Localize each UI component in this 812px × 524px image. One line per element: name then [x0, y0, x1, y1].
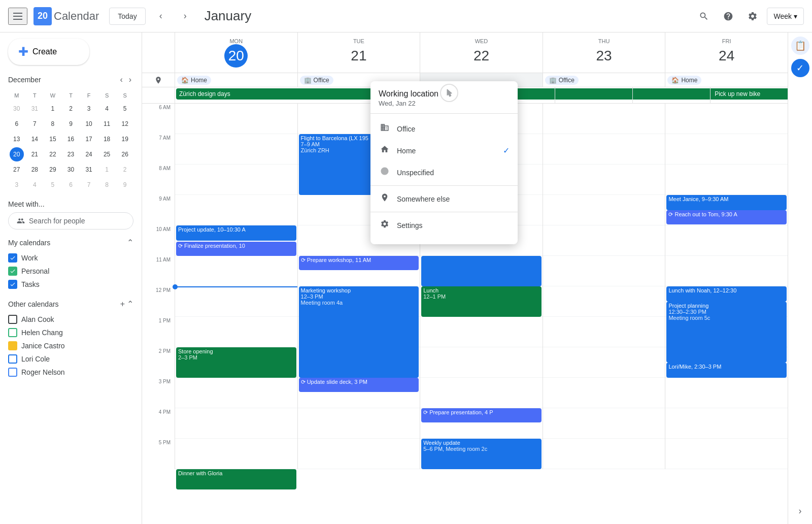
- mini-cal-day[interactable]: 3: [10, 178, 24, 192]
- menu-button[interactable]: [8, 8, 27, 25]
- event-block[interactable]: Store opening2–3 PM: [176, 347, 296, 378]
- mini-cal-day[interactable]: 25: [100, 147, 114, 161]
- mini-cal-day[interactable]: 2: [118, 162, 132, 177]
- mini-cal-day[interactable]: 1: [100, 162, 114, 177]
- mini-cal-day[interactable]: 31: [82, 162, 96, 177]
- other-cal-item[interactable]: Lori Cole: [8, 352, 133, 366]
- event-block[interactable]: Lunch12–1 PM: [421, 286, 542, 317]
- day-num-mon[interactable]: 20: [224, 44, 248, 68]
- mini-cal-day[interactable]: 6: [10, 117, 24, 131]
- mini-cal-day[interactable]: 30: [63, 162, 78, 177]
- mini-cal-day[interactable]: 2: [63, 102, 78, 116]
- mini-cal-day[interactable]: 4: [27, 178, 42, 192]
- mini-cal-day[interactable]: 18: [100, 132, 114, 146]
- mini-cal-day[interactable]: 22: [46, 147, 60, 161]
- event-block[interactable]: Lori/Mike, 2:30–3 PM: [666, 363, 787, 378]
- mini-cal-day[interactable]: 1: [46, 102, 60, 116]
- event-block[interactable]: Lunch with Noah, 12–12:30: [666, 286, 787, 302]
- view-select[interactable]: Week ▾: [767, 8, 804, 25]
- event-block[interactable]: Project planning12:30–2:30 PMMeeting roo…: [666, 302, 787, 363]
- mini-cal-day[interactable]: 9: [63, 117, 78, 131]
- settings-button[interactable]: [742, 6, 763, 26]
- add-other-cal[interactable]: +: [120, 300, 125, 309]
- mini-cal-day[interactable]: 27: [10, 162, 24, 177]
- other-cal-item[interactable]: Roger Nelson: [8, 366, 133, 379]
- wl-option-unspecified[interactable]: Unspecified: [370, 161, 518, 183]
- mini-cal-day[interactable]: 10: [82, 117, 96, 131]
- prev-week-button[interactable]: ‹: [152, 7, 170, 25]
- day-num-thu[interactable]: 23: [592, 44, 616, 68]
- event-block[interactable]: ⟳ Finalize presentation, 10: [176, 242, 296, 256]
- day-num-tue[interactable]: 21: [347, 44, 370, 68]
- other-cal-item[interactable]: Janice Castro: [8, 339, 133, 352]
- mini-cal-day[interactable]: 12: [118, 117, 132, 131]
- mini-cal-day[interactable]: 8: [100, 178, 114, 192]
- wl-option-settings[interactable]: Settings: [370, 214, 518, 236]
- mini-cal-day[interactable]: 26: [118, 147, 132, 161]
- mini-cal-day[interactable]: 16: [63, 132, 78, 146]
- mini-cal-day[interactable]: 20: [10, 147, 24, 161]
- my-cal-item[interactable]: Tasks: [8, 278, 133, 291]
- mini-cal-day[interactable]: 8: [46, 117, 60, 131]
- day-num-wed[interactable]: 22: [469, 44, 493, 68]
- help-button[interactable]: [718, 6, 738, 26]
- mini-cal-day[interactable]: 6: [63, 178, 78, 192]
- mini-cal-day[interactable]: 30: [10, 102, 24, 116]
- mini-cal-day[interactable]: 21: [27, 147, 42, 161]
- mini-cal-day[interactable]: 4: [100, 102, 114, 116]
- mini-cal-day[interactable]: 29: [46, 162, 60, 177]
- all-day-event-bike[interactable]: Pick up new bike: [712, 88, 787, 100]
- wl-option-somewhere[interactable]: Somewhere else: [370, 188, 518, 210]
- mini-cal-day[interactable]: 19: [118, 132, 132, 146]
- event-block[interactable]: ⟳ Prepare workshop, 11 AM: [299, 256, 419, 270]
- mini-cal-day[interactable]: 15: [46, 132, 60, 146]
- rp-check-icon[interactable]: ✓: [791, 59, 809, 77]
- mini-cal-day[interactable]: 9: [118, 178, 132, 192]
- other-cal-item[interactable]: Helen Chang: [8, 326, 133, 339]
- mini-cal-day[interactable]: 5: [46, 178, 60, 192]
- wl-option-home[interactable]: Home ✓: [370, 140, 518, 161]
- mini-cal-day[interactable]: 28: [27, 162, 42, 177]
- today-button[interactable]: Today: [109, 8, 145, 25]
- event-block[interactable]: Weekly update5–6 PM, Meeting room 2c: [421, 439, 542, 469]
- event-block[interactable]: Dinner with Gloria: [176, 469, 296, 489]
- other-calendars-collapse[interactable]: ⌃: [127, 299, 133, 309]
- mini-cal-next[interactable]: ›: [127, 73, 133, 86]
- mini-cal-prev[interactable]: ‹: [118, 73, 124, 86]
- event-block[interactable]: ⟳ Reach out to Tom, 9:30 A: [666, 210, 787, 224]
- mini-cal-day[interactable]: 17: [82, 132, 96, 146]
- other-calendars-title[interactable]: Other calendars: [8, 300, 59, 308]
- my-cal-item[interactable]: Personal: [8, 265, 133, 278]
- event-block[interactable]: Project update, 10–10:30 A: [176, 225, 296, 241]
- mini-cal-day[interactable]: 3: [82, 102, 96, 116]
- day-num-fri[interactable]: 24: [715, 44, 738, 68]
- create-button[interactable]: ✚ Create: [8, 39, 89, 65]
- my-calendars-title[interactable]: My calendars: [8, 239, 50, 247]
- search-button[interactable]: [694, 6, 714, 26]
- my-cal-item[interactable]: Work: [8, 251, 133, 265]
- rp-tasks-icon[interactable]: 📋: [791, 37, 809, 55]
- other-cal-item[interactable]: Alan Cook: [8, 313, 133, 326]
- my-calendars-collapse[interactable]: ⌃: [127, 238, 133, 247]
- wl-option-office[interactable]: Office: [370, 118, 518, 140]
- event-block[interactable]: Marketing workshop12–3 PMMeeting room 4a: [299, 286, 419, 378]
- mini-cal-day[interactable]: 11: [100, 117, 114, 131]
- mini-cal-day[interactable]: 14: [27, 132, 42, 146]
- wl-fri[interactable]: 🏠 Home: [665, 73, 788, 87]
- mini-cal-day[interactable]: 24: [82, 147, 96, 161]
- rp-expand-icon[interactable]: ›: [791, 502, 809, 520]
- mini-cal-day[interactable]: 7: [82, 178, 96, 192]
- mini-cal-day[interactable]: 31: [27, 102, 42, 116]
- event-block[interactable]: ⟳ Prepare presentation, 4 P: [421, 408, 542, 422]
- mini-cal-day[interactable]: 7: [27, 117, 42, 131]
- search-people-input[interactable]: Search for people: [8, 212, 133, 230]
- mini-cal-day[interactable]: 23: [63, 147, 78, 161]
- wl-mon[interactable]: 🏠 Home: [175, 73, 297, 87]
- mini-cal-day[interactable]: 5: [118, 102, 132, 116]
- event-block[interactable]: Meet Janice, 9–9:30 AM: [666, 195, 787, 210]
- mini-cal-day[interactable]: 13: [10, 132, 24, 146]
- next-week-button[interactable]: ›: [176, 7, 194, 25]
- event-block[interactable]: ⟳ Update slide deck, 3 PM: [299, 378, 419, 392]
- wl-thu[interactable]: 🏢 Office: [543, 73, 665, 87]
- event-block[interactable]: [421, 256, 542, 286]
